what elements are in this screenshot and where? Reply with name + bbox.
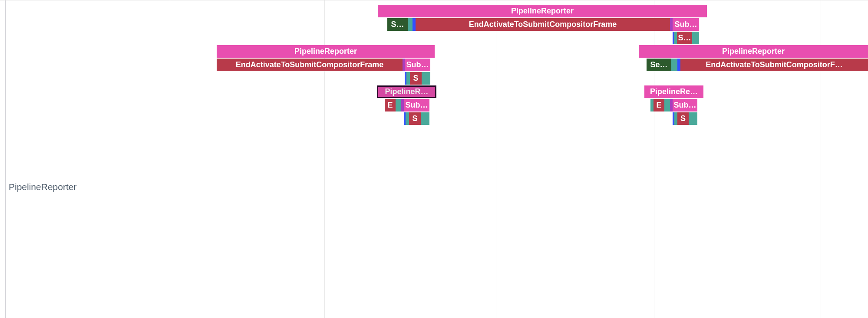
flame-slice[interactable]: EndActivateToSubmitCompositorFrame: [416, 18, 670, 31]
flame-slice[interactable]: S: [677, 112, 689, 125]
flame-slice[interactable]: [396, 99, 401, 111]
flame-slice[interactable]: PipelineReporter: [639, 45, 868, 58]
flame-slice[interactable]: [689, 112, 697, 125]
flame-slice[interactable]: PipelineR…: [377, 85, 436, 98]
flame-slice[interactable]: PipelineReporter: [217, 45, 435, 58]
flame-slice[interactable]: PipelineReporter: [378, 5, 707, 17]
flame-slice[interactable]: [406, 112, 409, 125]
flame-slice[interactable]: [406, 72, 410, 85]
time-gridline: [496, 0, 496, 318]
flame-slice[interactable]: Sub…: [405, 59, 430, 71]
flame-slice[interactable]: E: [385, 99, 396, 111]
flame-slice[interactable]: [422, 72, 430, 85]
flame-slice[interactable]: S: [409, 112, 421, 125]
flame-slice[interactable]: [408, 18, 413, 31]
flame-slice[interactable]: Sub…: [673, 99, 697, 111]
flame-slice[interactable]: Se…: [647, 59, 671, 71]
track-label-pipelinereporter[interactable]: PipelineReporter: [9, 182, 76, 192]
flame-slice[interactable]: S…: [677, 32, 692, 44]
flame-graph-viewport[interactable]: PipelineReporter PipelineReporterS…EndAc…: [0, 0, 868, 318]
flame-slice[interactable]: [671, 59, 677, 71]
flame-slice[interactable]: Sub…: [673, 18, 699, 31]
flame-slice[interactable]: Sub…: [404, 99, 429, 111]
flame-slice[interactable]: [421, 112, 429, 125]
flame-slice[interactable]: S…: [387, 18, 408, 31]
flame-slice[interactable]: E: [653, 99, 664, 111]
flame-slice[interactable]: [664, 99, 670, 111]
flame-slice[interactable]: EndActivateToSubmitCompositorF…: [680, 59, 868, 71]
flame-slice[interactable]: [692, 32, 699, 44]
time-gridline: [5, 0, 5, 318]
time-gridline: [170, 0, 170, 318]
flame-slice[interactable]: S: [410, 72, 422, 85]
flame-slice[interactable]: EndActivateToSubmitCompositorFrame: [217, 59, 403, 71]
flame-slice[interactable]: PipelineRe…: [644, 85, 703, 98]
